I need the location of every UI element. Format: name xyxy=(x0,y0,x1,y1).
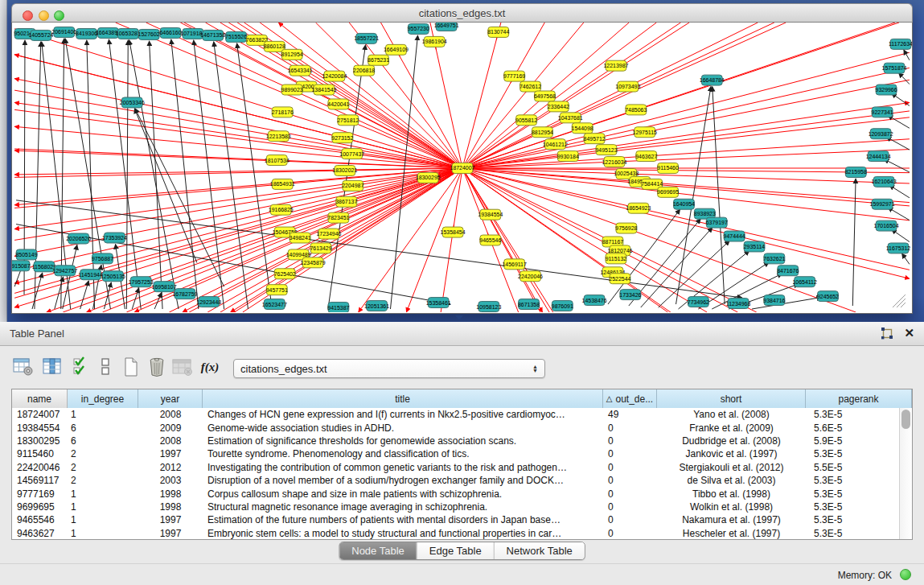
vertical-scrollbar[interactable] xyxy=(899,408,912,539)
graph-node[interactable]: 9930184 xyxy=(557,151,579,162)
graph-node[interactable]: 16649751 xyxy=(434,23,459,31)
resize-grip-icon[interactable] xyxy=(893,295,906,307)
graph-node[interactable]: 12213987 xyxy=(603,60,628,71)
graph-node[interactable]: 1640954 xyxy=(673,199,695,209)
graph-node[interactable]: 9777169 xyxy=(503,71,525,81)
graph-node[interactable]: 11234968 xyxy=(726,299,751,309)
column-chooser-icon[interactable] xyxy=(40,354,64,380)
graph-node[interactable]: 12216034 xyxy=(602,157,626,167)
graph-node[interactable]: 6379197 xyxy=(706,217,728,228)
graph-node[interactable]: 17234946 xyxy=(316,229,341,239)
column-header-pagerank[interactable]: pagerank xyxy=(806,389,912,408)
graph-node[interactable]: 7613429 xyxy=(310,243,331,253)
graph-node[interactable]: 12923448 xyxy=(196,297,221,307)
delete-icon[interactable] xyxy=(145,354,169,380)
graph-node[interactable]: 14671358 xyxy=(200,30,225,40)
column-header-title[interactable]: title xyxy=(203,389,603,408)
graph-node[interactable]: 1544098 xyxy=(572,123,593,134)
graph-node[interactable]: 9329966 xyxy=(876,84,897,95)
graph-node[interactable]: 12942757 xyxy=(52,266,77,276)
clear-selection-icon[interactable] xyxy=(93,354,117,380)
graph-node[interactable]: 16782759 xyxy=(172,289,197,299)
graph-node[interactable]: 9756887 xyxy=(92,253,113,264)
graph-node[interactable]: 1733426 xyxy=(619,290,641,300)
graph-node[interactable]: 9899023 xyxy=(281,84,303,95)
graph-node[interactable]: 16210643 xyxy=(872,176,897,187)
graph-node[interactable]: 22420046 xyxy=(518,271,543,282)
graph-node[interactable]: 12093872 xyxy=(869,129,893,139)
graph-node[interactable]: 19861904 xyxy=(422,36,447,47)
graph-node[interactable]: 2751812 xyxy=(337,115,359,126)
column-header-year[interactable]: year xyxy=(138,389,203,408)
graph-node[interactable]: 11451944 xyxy=(78,270,103,280)
graph-node[interactable]: 18300295 xyxy=(416,172,441,183)
window-titlebar[interactable]: citations_edges.txt xyxy=(11,3,913,23)
graph-node[interactable]: 2336442 xyxy=(548,101,569,112)
graph-node[interactable]: 10958123 xyxy=(476,302,501,312)
graph-node[interactable]: 9273152 xyxy=(331,133,353,143)
graph-node[interactable]: 17016504 xyxy=(874,220,899,231)
table-row[interactable]: 1938455462009Genome-wide association stu… xyxy=(12,421,901,434)
graph-node[interactable]: 18107534 xyxy=(265,155,290,166)
graph-node[interactable]: 12051361 xyxy=(364,301,389,311)
graph-node[interactable]: 9055812 xyxy=(515,115,537,126)
graph-node[interactable]: 16543341 xyxy=(288,65,313,76)
graph-node[interactable]: 8671358 xyxy=(518,299,540,310)
graph-node[interactable]: 10973493 xyxy=(615,81,640,92)
graph-node[interactable]: 9915087 xyxy=(12,261,31,271)
graph-node[interactable]: 12213583 xyxy=(266,131,291,142)
graph-node[interactable]: 16523477 xyxy=(262,299,287,310)
graph-node[interactable]: 14538476 xyxy=(582,295,607,306)
new-document-icon[interactable] xyxy=(119,354,143,380)
graph-node[interactable]: 2718176 xyxy=(272,107,294,117)
graph-node[interactable]: 15992971 xyxy=(870,199,895,209)
graph-node[interactable]: 9463627 xyxy=(635,151,657,162)
table-settings-icon[interactable] xyxy=(11,354,35,380)
graph-node[interactable]: 9115460 xyxy=(657,163,679,174)
graph-node[interactable]: 16648784 xyxy=(700,75,725,85)
graph-node[interactable]: 20053346 xyxy=(120,97,145,108)
graph-node[interactable]: 15358454 xyxy=(441,227,466,237)
citation-network-graph[interactable]: 9502141140557242069140684193061664389910… xyxy=(12,23,912,312)
graph-node[interactable]: 11172634 xyxy=(889,39,912,49)
graph-node[interactable]: 9245652 xyxy=(817,291,839,302)
graph-node[interactable]: 11675312 xyxy=(886,243,911,253)
tab-node-table[interactable]: Node Table xyxy=(339,542,417,559)
network-canvas[interactable]: 9502141140557242069140684193061664389910… xyxy=(11,23,913,314)
graph-node[interactable]: 9557230 xyxy=(408,23,429,34)
graph-node[interactable]: 20691406 xyxy=(51,27,76,37)
graph-node[interactable]: 7485063 xyxy=(625,105,647,115)
table-row[interactable]: 1456911722003Disruption of a novel membe… xyxy=(12,474,901,487)
graph-node[interactable]: 7462612 xyxy=(519,81,541,92)
graph-node[interactable]: 10653287 xyxy=(116,28,141,39)
graph-node[interactable]: 9699695 xyxy=(657,187,679,197)
splitter-grip-icon[interactable] xyxy=(455,315,463,320)
graph-node[interactable]: 3867137 xyxy=(335,196,357,207)
tab-network-table[interactable]: Network Table xyxy=(494,542,585,559)
graph-node[interactable]: 2206818 xyxy=(353,65,375,76)
graph-node[interactable]: 19166825 xyxy=(269,204,294,215)
graph-node[interactable]: 8495712 xyxy=(584,134,606,144)
graph-node[interactable]: 9457751 xyxy=(266,285,288,295)
graph-node[interactable]: 7625402 xyxy=(274,269,296,279)
graph-node[interactable]: 18654923 xyxy=(626,203,651,213)
table-row[interactable]: 969969511998Structural magnetic resonanc… xyxy=(12,501,901,513)
table-row[interactable]: 2242004622012Investigating the contribut… xyxy=(12,461,901,474)
graph-node[interactable]: 13841543 xyxy=(311,84,336,95)
graph-node[interactable]: 4420041 xyxy=(327,99,349,109)
graph-node[interactable]: 18724007 xyxy=(450,163,475,174)
table-row[interactable]: 1830029562008Estimation of significance … xyxy=(12,435,901,447)
graph-node[interactable]: 9495123 xyxy=(595,145,617,155)
graph-node[interactable]: 15751874 xyxy=(882,63,907,73)
select-all-icon[interactable] xyxy=(69,354,93,380)
graph-node[interactable]: 18302021 xyxy=(332,166,357,176)
table-row[interactable]: 977716911998Corpus callosum shape and si… xyxy=(12,487,901,500)
graph-node[interactable]: 7632621 xyxy=(763,253,785,264)
graph-node[interactable]: 10077437 xyxy=(339,149,364,159)
graph-node[interactable]: 12505135 xyxy=(101,271,125,282)
table-row[interactable]: 911546021997Tourette syndrome. Phenomeno… xyxy=(12,447,901,460)
graph-node[interactable]: 17957253 xyxy=(129,277,154,287)
graph-node[interactable]: 8812954 xyxy=(532,127,553,138)
graph-node[interactable]: 9384716 xyxy=(763,295,785,306)
graph-node[interactable]: 12975115 xyxy=(633,127,658,138)
